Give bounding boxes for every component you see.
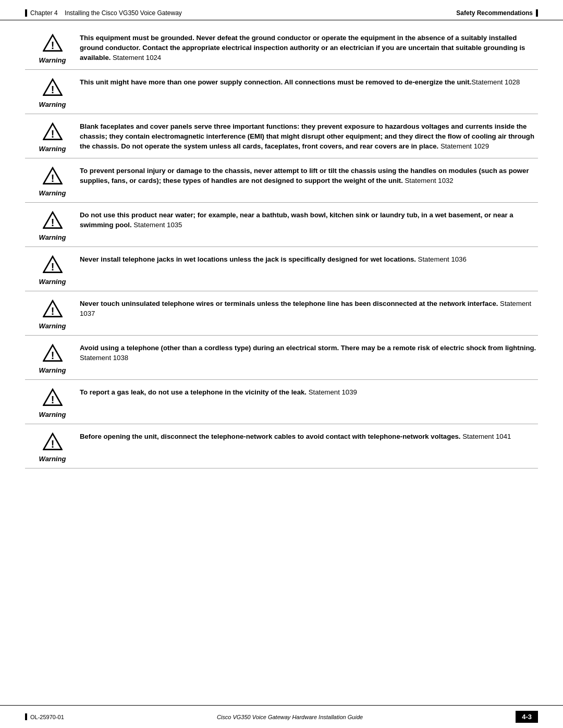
svg-text:!: ! xyxy=(51,128,54,140)
svg-text:!: ! xyxy=(51,40,54,51)
header-bar-right xyxy=(536,9,538,17)
footer-guide-title: Cisco VG350 Voice Gateway Hardware Insta… xyxy=(217,714,363,720)
header-right: Safety Recommendations xyxy=(456,9,538,17)
warning-bold-text: Before opening the unit, disconnect the … xyxy=(80,433,461,440)
warning-text-9: To report a gas leak, do not use a telep… xyxy=(80,386,538,397)
warning-left-8: ! Warning xyxy=(25,342,80,374)
warning-row: ! WarningAvoid using a telephone (other … xyxy=(25,336,538,380)
warning-statement: Statement 1041 xyxy=(461,433,511,440)
warning-left-4: ! Warning xyxy=(25,165,80,197)
warning-label: Warning xyxy=(39,101,66,108)
warning-triangle-icon: ! xyxy=(43,77,63,101)
warning-text-6: Never install telephone jacks in wet loc… xyxy=(80,253,538,264)
warning-bold-text: To prevent personal injury or damage to … xyxy=(80,167,529,184)
warning-label: Warning xyxy=(39,278,66,286)
warning-triangle-icon: ! xyxy=(43,33,63,56)
warning-statement: Statement 1039 xyxy=(307,388,357,396)
warning-triangle-icon: ! xyxy=(43,299,63,322)
warning-text-1: This equipment must be grounded. Never d… xyxy=(80,32,538,63)
warning-triangle-icon: ! xyxy=(43,210,63,233)
warning-label: Warning xyxy=(39,322,66,330)
svg-text:!: ! xyxy=(51,438,54,450)
warning-statement: Statement 1036 xyxy=(416,255,467,263)
svg-text:!: ! xyxy=(51,394,54,405)
footer-left: OL-25970-01 xyxy=(25,713,64,720)
page-number-text: 4-3 xyxy=(522,713,532,721)
warning-row: ! WarningTo report a gas leak, do not us… xyxy=(25,380,538,424)
warning-triangle-icon: ! xyxy=(43,431,63,455)
warning-row: ! WarningNever touch uninsulated telepho… xyxy=(25,291,538,336)
warning-label: Warning xyxy=(39,233,66,241)
warning-row: ! WarningTo prevent personal injury or d… xyxy=(25,158,538,203)
svg-text:!: ! xyxy=(51,305,54,317)
warning-row: ! WarningThis unit might have more than … xyxy=(25,70,538,114)
warning-triangle-icon: ! xyxy=(43,387,63,411)
footer-center: Cisco VG350 Voice Gateway Hardware Insta… xyxy=(217,714,363,720)
warning-statement: Statement 1038 xyxy=(80,354,128,362)
warning-text-4: To prevent personal injury or damage to … xyxy=(80,165,538,186)
warning-text-3: Blank faceplates and cover panels serve … xyxy=(80,120,538,151)
section-title: Safety Recommendations xyxy=(456,9,533,17)
warning-left-5: ! Warning xyxy=(25,209,80,241)
svg-text:!: ! xyxy=(51,350,54,361)
warning-label: Warning xyxy=(39,56,66,64)
warning-statement: Statement 1024 xyxy=(111,54,161,61)
warning-row: ! WarningBefore opening the unit, discon… xyxy=(25,424,538,468)
warning-left-9: ! Warning xyxy=(25,386,80,418)
warning-bold-text: Never install telephone jacks in wet loc… xyxy=(80,255,416,263)
warning-left-2: ! Warning xyxy=(25,76,80,108)
warning-label: Warning xyxy=(39,455,66,463)
warning-triangle-icon: ! xyxy=(43,121,63,145)
header-left: Chapter 4 Installing the Cisco VG350 Voi… xyxy=(25,9,182,17)
svg-text:!: ! xyxy=(51,217,54,228)
warning-label: Warning xyxy=(39,366,66,374)
warning-bold-text: This unit might have more than one power… xyxy=(80,78,471,86)
warning-row: ! WarningNever install telephone jacks i… xyxy=(25,247,538,291)
warning-left-10: ! Warning xyxy=(25,430,80,463)
content-area: ! WarningThis equipment must be grounded… xyxy=(0,20,563,705)
footer-doc-id: OL-25970-01 xyxy=(30,714,64,720)
warning-label: Warning xyxy=(39,189,66,197)
warning-text-7: Never touch uninsulated telephone wires … xyxy=(80,298,538,318)
warning-row: ! WarningThis equipment must be grounded… xyxy=(25,26,538,70)
warning-row: ! WarningBlank faceplates and cover pane… xyxy=(25,114,538,158)
header-chapter: Chapter 4 Installing the Cisco VG350 Voi… xyxy=(30,9,182,17)
warning-triangle-icon: ! xyxy=(43,343,63,366)
chapter-title: Installing the Cisco VG350 Voice Gateway xyxy=(65,9,182,17)
warning-statement: Statement 1029 xyxy=(438,142,489,150)
warning-statement: Statement 1028 xyxy=(471,78,520,86)
warning-statement: Statement 1035 xyxy=(132,221,182,229)
warning-left-7: ! Warning xyxy=(25,298,80,330)
svg-text:!: ! xyxy=(51,261,54,273)
warning-text-2: This unit might have more than one power… xyxy=(80,76,538,87)
warning-left-6: ! Warning xyxy=(25,253,80,286)
warning-bold-text: Never touch uninsulated telephone wires … xyxy=(80,300,498,307)
warning-bold-text: Avoid using a telephone (other than a co… xyxy=(80,344,536,352)
warning-text-10: Before opening the unit, disconnect the … xyxy=(80,430,538,441)
footer-bar-left xyxy=(25,713,27,720)
footer-page-number: 4-3 xyxy=(516,711,538,723)
warnings-container: ! WarningThis equipment must be grounded… xyxy=(25,26,538,468)
warning-statement: Statement 1032 xyxy=(403,177,454,184)
page-footer: OL-25970-01 Cisco VG350 Voice Gateway Ha… xyxy=(0,705,563,728)
warning-left-3: ! Warning xyxy=(25,120,80,153)
svg-text:!: ! xyxy=(51,84,54,95)
chapter-label: Chapter 4 xyxy=(30,9,58,17)
warning-triangle-icon: ! xyxy=(43,254,63,278)
header-bar-left xyxy=(25,9,27,17)
page-container: Chapter 4 Installing the Cisco VG350 Voi… xyxy=(0,0,563,728)
warning-label: Warning xyxy=(39,411,66,418)
warning-left-1: ! Warning xyxy=(25,32,80,64)
warning-row: ! WarningDo not use this product near wa… xyxy=(25,203,538,247)
warning-bold-text: To report a gas leak, do not use a telep… xyxy=(80,388,307,396)
page-header: Chapter 4 Installing the Cisco VG350 Voi… xyxy=(0,0,563,20)
warning-text-8: Avoid using a telephone (other than a co… xyxy=(80,342,538,363)
warning-text-5: Do not use this product near water; for … xyxy=(80,209,538,230)
warning-label: Warning xyxy=(39,145,66,153)
svg-text:!: ! xyxy=(51,172,54,184)
warning-triangle-icon: ! xyxy=(43,166,63,189)
